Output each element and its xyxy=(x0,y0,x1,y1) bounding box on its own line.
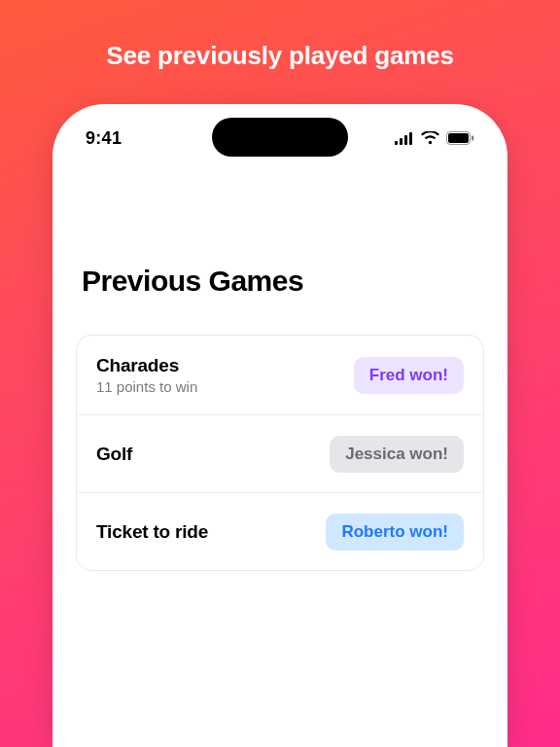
winner-badge: Roberto won! xyxy=(326,514,464,551)
game-subtitle: 11 points to win xyxy=(96,378,197,395)
list-item[interactable]: Ticket to ride Roberto won! xyxy=(77,492,483,570)
game-name: Ticket to ride xyxy=(96,521,208,543)
winner-badge: Jessica won! xyxy=(330,436,464,473)
phone-frame: 9:41 Previous Games Charades 11 points t… xyxy=(52,104,508,747)
previous-games-card: Charades 11 points to win Fred won! Golf… xyxy=(76,335,484,571)
hero-title: See previously played games xyxy=(106,41,453,71)
list-item[interactable]: Golf Jessica won! xyxy=(77,414,483,492)
winner-badge: Fred won! xyxy=(354,357,464,394)
game-name: Golf xyxy=(96,444,132,465)
list-item[interactable]: Charades 11 points to win Fred won! xyxy=(77,336,483,414)
screen-content: Previous Games Charades 11 points to win… xyxy=(52,104,508,747)
page-title: Previous Games xyxy=(52,265,508,298)
game-name: Charades xyxy=(96,355,197,376)
